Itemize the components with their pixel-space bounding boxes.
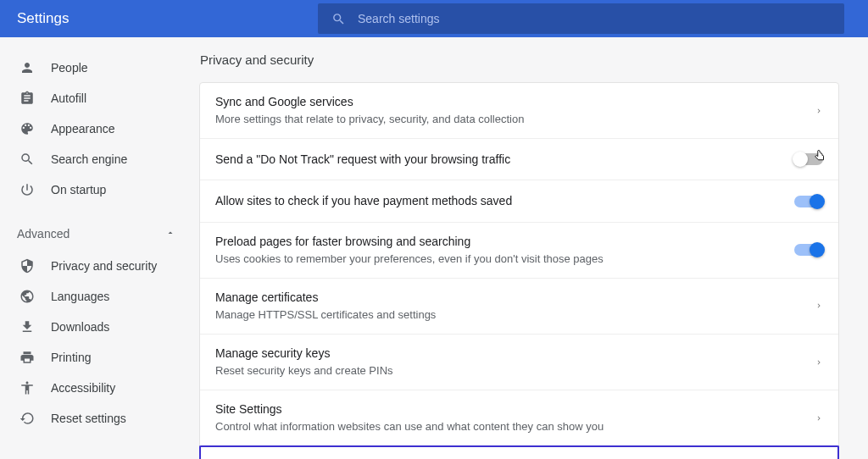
toggle-knob bbox=[810, 194, 825, 209]
row-title: Preload pages for faster browsing and se… bbox=[215, 233, 794, 250]
sidebar-item-languages[interactable]: Languages bbox=[0, 281, 199, 312]
sidebar-item-label: Appearance bbox=[51, 122, 115, 135]
header: Settings Search settings bbox=[0, 0, 868, 37]
power-icon bbox=[19, 181, 36, 198]
settings-row[interactable]: Site SettingsControl what information we… bbox=[200, 390, 838, 446]
search-icon bbox=[331, 12, 346, 26]
chevron-right-icon bbox=[815, 358, 823, 367]
advanced-toggle[interactable]: Advanced bbox=[0, 217, 199, 251]
sidebar-item-reset[interactable]: Reset settings bbox=[0, 403, 199, 434]
settings-row[interactable]: Allow sites to check if you have payment… bbox=[200, 180, 838, 222]
sidebar-item-privacy[interactable]: Privacy and security bbox=[0, 251, 199, 281]
content: Privacy and security Sync and Google ser… bbox=[199, 37, 868, 459]
sidebar-item-accessibility[interactable]: Accessibility bbox=[0, 373, 199, 403]
row-subtitle: Uses cookies to remember your preference… bbox=[215, 252, 794, 268]
sidebar-item-label: People bbox=[51, 61, 88, 75]
row-text: Allow sites to check if you have payment… bbox=[215, 192, 794, 209]
sidebar-item-label: Downloads bbox=[51, 320, 109, 334]
settings-row[interactable]: Preload pages for faster browsing and se… bbox=[200, 223, 838, 279]
page-title: Settings bbox=[17, 10, 318, 27]
row-title: Manage certificates bbox=[215, 289, 815, 306]
sidebar-item-label: Reset settings bbox=[51, 412, 126, 425]
toggle-knob bbox=[793, 152, 808, 167]
settings-row[interactable]: Send a "Do Not Track" request with your … bbox=[200, 139, 838, 180]
globe-icon bbox=[19, 288, 36, 305]
sidebar: People Autofill Appearance Search engine… bbox=[0, 37, 199, 459]
sidebar-item-label: On startup bbox=[51, 183, 106, 196]
sidebar-item-people[interactable]: People bbox=[0, 53, 199, 83]
row-title: Manage security keys bbox=[215, 345, 815, 362]
search-icon bbox=[19, 151, 36, 168]
sidebar-item-printing[interactable]: Printing bbox=[0, 342, 199, 373]
sidebar-item-label: Search engine bbox=[51, 152, 127, 166]
row-title: Site Settings bbox=[215, 401, 815, 418]
settings-card: Sync and Google servicesMore settings th… bbox=[199, 82, 839, 459]
row-title: Allow sites to check if you have payment… bbox=[215, 192, 794, 209]
row-subtitle: Reset security keys and create PINs bbox=[215, 363, 815, 379]
sidebar-item-label: Printing bbox=[51, 351, 91, 364]
sidebar-item-search-engine[interactable]: Search engine bbox=[0, 144, 199, 174]
toggle-switch[interactable] bbox=[794, 196, 823, 207]
row-subtitle: Manage HTTPS/SSL certificates and settin… bbox=[215, 307, 815, 324]
toggle-knob bbox=[810, 242, 825, 257]
row-text: Manage security keysReset security keys … bbox=[215, 345, 815, 379]
search-placeholder: Search settings bbox=[358, 12, 440, 25]
settings-row[interactable]: Manage certificatesManage HTTPS/SSL cert… bbox=[200, 279, 838, 335]
person-icon bbox=[19, 59, 36, 76]
sidebar-item-label: Accessibility bbox=[51, 381, 115, 395]
row-title: Sync and Google services bbox=[215, 93, 815, 110]
sidebar-item-downloads[interactable]: Downloads bbox=[0, 312, 199, 342]
download-icon bbox=[19, 318, 36, 335]
sidebar-item-label: Languages bbox=[51, 290, 109, 303]
row-text: Sync and Google servicesMore settings th… bbox=[215, 93, 815, 128]
row-subtitle: More settings that relate to privacy, se… bbox=[215, 112, 815, 128]
sidebar-item-on-startup[interactable]: On startup bbox=[0, 174, 199, 205]
search-input[interactable]: Search settings bbox=[318, 3, 844, 34]
settings-row[interactable]: Manage security keysReset security keys … bbox=[200, 335, 838, 390]
sidebar-item-appearance[interactable]: Appearance bbox=[0, 113, 199, 144]
toggle-switch[interactable] bbox=[794, 244, 823, 256]
row-text: Manage certificatesManage HTTPS/SSL cert… bbox=[215, 289, 815, 324]
chevron-right-icon bbox=[815, 414, 823, 423]
accessibility-icon bbox=[19, 379, 36, 396]
row-title: Send a "Do Not Track" request with your … bbox=[215, 151, 794, 168]
reset-icon bbox=[19, 410, 36, 427]
print-icon bbox=[19, 349, 36, 366]
row-text: Site SettingsControl what information we… bbox=[215, 401, 815, 435]
main: People Autofill Appearance Search engine… bbox=[0, 37, 868, 459]
chevron-right-icon bbox=[815, 107, 823, 115]
sidebar-item-label: Autofill bbox=[51, 91, 86, 105]
row-subtitle: Control what information websites can us… bbox=[215, 419, 815, 435]
sidebar-item-autofill[interactable]: Autofill bbox=[0, 83, 199, 113]
advanced-label: Advanced bbox=[17, 227, 70, 241]
shield-icon bbox=[19, 257, 36, 274]
row-text: Send a "Do Not Track" request with your … bbox=[215, 151, 794, 168]
row-text: Preload pages for faster browsing and se… bbox=[215, 233, 794, 268]
chevron-up-icon bbox=[165, 226, 175, 241]
settings-row[interactable]: Clear browsing dataClear history, cookie… bbox=[199, 445, 839, 459]
chevron-right-icon bbox=[815, 301, 823, 310]
palette-icon bbox=[19, 120, 36, 137]
section-title: Privacy and security bbox=[200, 53, 839, 67]
autofill-icon bbox=[19, 90, 36, 107]
settings-row[interactable]: Sync and Google servicesMore settings th… bbox=[200, 83, 838, 139]
sidebar-item-label: Privacy and security bbox=[51, 259, 157, 273]
cursor-hand-icon bbox=[812, 149, 827, 168]
